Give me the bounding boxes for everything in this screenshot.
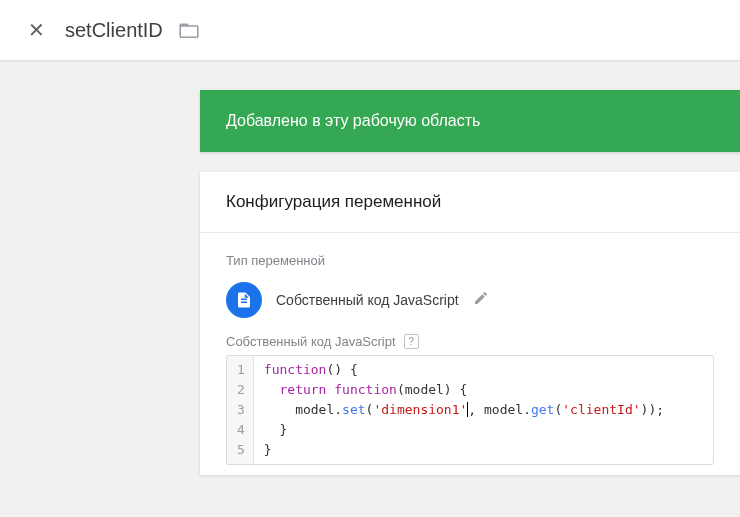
pencil-icon[interactable] [473,290,489,310]
type-section-label: Тип переменной [226,253,714,268]
code-token: return [279,382,326,397]
banner-text: Добавлено в эту рабочую область [226,112,480,129]
code-token: model. [264,402,342,417]
variable-type-section: Тип переменной Собственный код JavaScrip… [200,233,740,475]
code-token: function [326,382,396,397]
help-icon[interactable]: ? [404,334,419,349]
code-content[interactable]: function() { return function(model) { mo… [254,356,674,464]
line-number: 1 [237,360,245,380]
code-token: get [531,402,554,417]
code-token: )); [641,402,664,417]
code-token: set [342,402,365,417]
variable-config-panel: Конфигурация переменной Тип переменной С… [200,172,740,475]
code-token: (model) { [397,382,467,397]
code-section-label: Собственный код JavaScript [226,334,396,349]
line-number: 5 [237,440,245,460]
code-token: } [264,440,664,460]
code-section-label-row: Собственный код JavaScript ? [226,334,714,349]
folder-icon[interactable] [179,22,199,38]
code-gutter: 1 2 3 4 5 [227,356,254,464]
code-token: 'dimension1' [373,402,467,417]
line-number: 3 [237,400,245,420]
code-token: () { [326,362,357,377]
success-banner: Добавлено в эту рабочую область [200,90,740,152]
variable-type-row[interactable]: Собственный код JavaScript [226,282,714,318]
page-header: ✕ setClientID [0,0,740,60]
line-number: 2 [237,380,245,400]
line-number: 4 [237,420,245,440]
close-button[interactable]: ✕ [16,10,57,50]
code-token: 'clientId' [562,402,640,417]
variable-type-name: Собственный код JavaScript [276,292,459,308]
document-icon [226,282,262,318]
code-token: } [264,420,664,440]
variable-title[interactable]: setClientID [65,19,163,42]
code-editor[interactable]: 1 2 3 4 5 function() { return function(m… [226,355,714,465]
panel-title: Конфигурация переменной [200,172,740,233]
code-token: , [468,402,476,417]
code-token: model. [476,402,531,417]
code-token: function [264,362,327,377]
